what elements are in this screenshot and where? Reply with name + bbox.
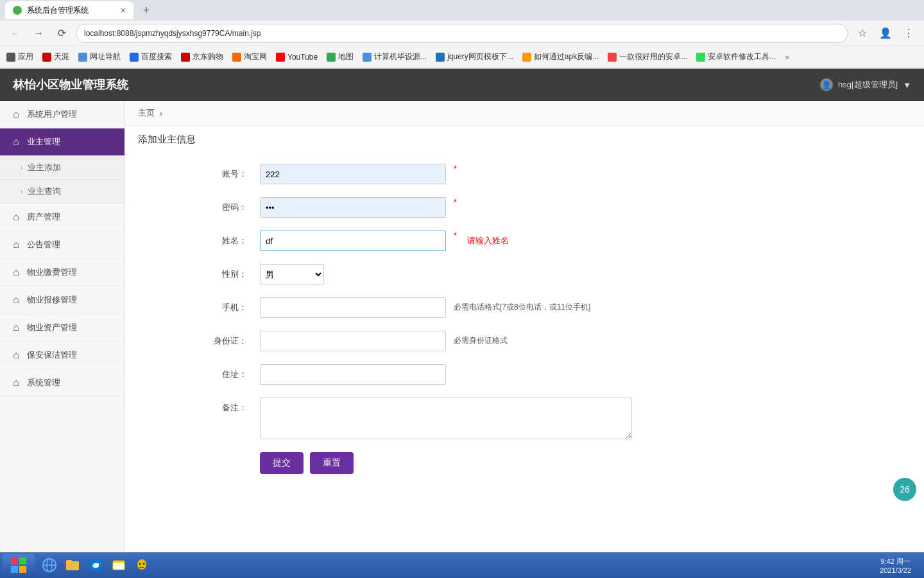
bookmark-yikuan[interactable]: 一款很好用的安卓... [608,51,687,62]
sidebar-subitem-owner-add[interactable]: › 业主添加 [0,156,124,180]
profile-button[interactable]: 👤 [877,24,894,42]
sidebar-subitem-owner-query[interactable]: › 业主查询 [0,180,124,204]
sidebar-label-fee: 物业缴费管理 [27,267,77,278]
sidebar-label-security: 保安保洁管理 [27,349,77,361]
jquery-icon [436,53,445,62]
sidebar-item-fee[interactable]: ⌂ 物业缴费管理 [0,259,124,286]
sidebar-item-asset[interactable]: ⌂ 物业资产管理 [0,314,124,342]
account-label: 账号： [138,164,260,180]
bookmark-apps[interactable]: 应用 [6,51,33,62]
taskbar-icon-explorer[interactable] [108,554,130,576]
fee-icon: ⌂ [10,267,22,278]
sidebar-label-repair: 物业报修管理 [27,294,77,306]
svg-rect-2 [11,566,18,573]
address-input[interactable] [260,364,446,385]
account-input[interactable] [260,164,446,184]
taskbar-icon-browser[interactable] [38,554,60,576]
submit-button[interactable]: 提交 [260,452,304,474]
sidebar-item-owner[interactable]: ⌂ 业主管理 [0,128,124,156]
sidebar-item-sysadmin[interactable]: ⌂ 系统管理 [0,369,124,397]
menu-button[interactable]: ⋮ [900,24,918,42]
bookmark-anzhuoruanjian-label: 安卓软件修改工具... [708,51,776,62]
refresh-button[interactable]: ⟳ [53,24,71,42]
bookmark-apps-label: 应用 [18,51,33,62]
notice-icon: ⌂ [10,239,22,250]
bookmark-ditu-label: 地图 [338,51,354,62]
bookmark-baidu[interactable]: 百度搜索 [130,51,172,62]
address-bar-wrapper[interactable] [76,24,848,43]
browser-tab[interactable]: 系统后台管理系统 × [5,1,133,19]
bookmark-jd[interactable]: 京东购物 [181,51,223,62]
bookmark-ditu[interactable]: 地图 [327,51,354,62]
clock-date: 2021/3/22 [880,566,911,574]
form-row-account: 账号： * [138,157,911,191]
idcard-label: 身份证： [138,331,260,347]
bookmark-jisuanji-label: 计算机毕设源... [374,51,427,62]
sidebar-item-security[interactable]: ⌂ 保安保洁管理 [0,342,124,369]
gender-select[interactable]: 男 女 [260,264,324,285]
name-label: 姓名： [138,231,260,247]
user-dropdown-icon: ▼ [903,80,911,90]
taskbar: 9:42 周一 2021/3/22 [0,552,924,578]
new-tab-button[interactable]: + [137,1,155,19]
qq-icon [134,557,150,573]
bookmark-anzhuoruanjian[interactable]: 安卓软件修改工具... [696,51,776,62]
phone-input[interactable] [260,297,446,318]
address-field [260,364,911,385]
remarks-textarea[interactable] [260,398,632,439]
arrow-icon: › [21,164,22,171]
name-field: * 请输入姓名 [260,231,911,251]
bookmark-button[interactable]: ☆ [853,24,871,42]
bookmark-wangzhi[interactable]: 网址导航 [78,51,121,62]
svg-rect-1 [19,557,26,565]
bookmark-jquery-label: jquery网页模板下... [447,51,513,62]
browser-icon [42,557,57,573]
user-menu[interactable]: 👤 hsg[超级管理员] ▼ [820,78,911,91]
bookmark-jquery[interactable]: jquery网页模板下... [436,51,513,62]
breadcrumb-home[interactable]: 主页 [138,107,155,119]
bookmark-tianya[interactable]: 天涯 [42,51,69,62]
sidebar-item-system-user[interactable]: ⌂ 系统用户管理 [0,101,124,128]
apps-icon [6,53,15,62]
tab-close-button[interactable]: × [121,5,126,15]
ditu-icon [327,53,336,62]
sidebar-item-property[interactable]: ⌂ 房产管理 [0,204,124,231]
start-button[interactable] [3,554,35,576]
bookmark-more[interactable]: » [785,53,789,62]
form-row-phone: 手机： 必需电话格式[7或8位电话，或11位手机] [138,291,911,324]
sidebar: ⌂ 系统用户管理 ⌂ 业主管理 › 业主添加 › 业主查询 ⌂ 房产管理 ⌂ 公… [0,101,125,553]
back-button[interactable]: ← [6,24,24,42]
yikuan-icon [608,53,617,62]
account-required: * [454,164,457,173]
reset-button[interactable]: 重置 [310,452,354,474]
bookmark-wangzhi-label: 网址导航 [90,51,121,62]
browser-bookmarks: 应用 天涯 网址导航 百度搜索 京东购物 淘宝网 YouTube 地图 [0,46,924,68]
taskbar-tray: 9:42 周一 2021/3/22 [869,557,921,574]
float-btn-label: 26 [900,484,910,495]
name-error: 请输入姓名 [467,231,509,247]
taskbar-icon-qq[interactable] [131,554,153,576]
forward-button[interactable]: → [30,24,47,42]
taskbar-icon-folder[interactable] [62,554,83,576]
breadcrumb: 主页 › [125,101,924,126]
phone-field: 必需电话格式[7或8位电话，或11位手机] [260,297,911,318]
sidebar-item-repair[interactable]: ⌂ 物业报修管理 [0,286,124,314]
sidebar-item-notice[interactable]: ⌂ 公告管理 [0,231,124,259]
windows-logo-icon [10,556,28,574]
bookmark-zhuru[interactable]: 如何通过apk反编... [522,51,599,62]
idcard-hint: 必需身份证格式 [454,331,508,346]
float-button[interactable]: 26 [893,478,916,501]
idcard-input[interactable] [260,331,446,351]
bookmark-jisuanji[interactable]: 计算机毕设源... [363,51,427,62]
svg-point-10 [137,559,146,570]
breadcrumb-separator: › [160,109,162,118]
bookmark-taobao[interactable]: 淘宝网 [232,51,267,62]
address-bar[interactable] [84,29,840,38]
taskbar-icon-edge[interactable] [85,554,107,576]
name-input[interactable] [260,231,446,251]
jisuanji-icon [363,53,372,62]
password-input[interactable] [260,197,446,218]
repair-icon: ⌂ [10,294,22,306]
remarks-label: 备注： [138,398,260,414]
bookmark-youtube[interactable]: YouTube [276,53,318,62]
